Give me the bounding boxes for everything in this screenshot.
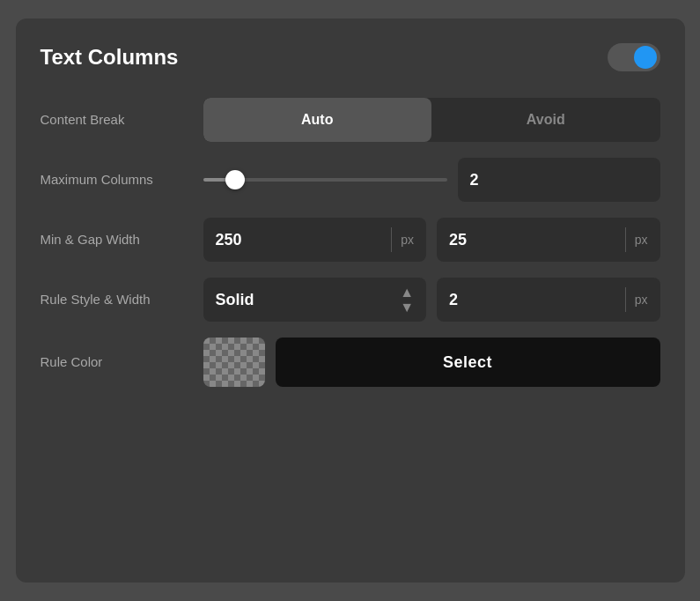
slider-num-group: 2: [203, 158, 660, 202]
rule-color-row: Rule Color Select: [41, 338, 660, 387]
rule-style-width-label: Rule Style & Width: [41, 291, 203, 308]
text-columns-panel: Text Columns Content Break Auto Avoid Ma…: [16, 19, 685, 582]
min-width-wrap: 250 px: [203, 218, 427, 262]
rule-color-select-btn[interactable]: Select: [276, 338, 660, 387]
rule-style-width-controls: Solid ▲ ▼ 2 px: [203, 278, 660, 322]
maximum-columns-row: Maximum Columns 2: [41, 158, 660, 202]
min-width-unit: px: [401, 233, 414, 247]
content-break-segmented: Auto Avoid: [203, 98, 660, 142]
content-break-label: Content Break: [41, 111, 203, 129]
gap-width-unit: px: [635, 233, 648, 247]
gap-width-value: 25: [449, 231, 616, 249]
rule-color-preview[interactable]: [203, 338, 265, 387]
gap-width-wrap: 25 px: [437, 218, 660, 262]
rule-width-value: 2: [449, 291, 616, 309]
content-break-auto-btn[interactable]: Auto: [203, 98, 432, 142]
rule-style-width-row: Rule Style & Width Solid ▲ ▼ 2 px: [41, 278, 660, 322]
content-break-row: Content Break Auto Avoid: [41, 98, 660, 142]
rule-width-wrap: 2 px: [437, 278, 660, 322]
rule-style-value: Solid: [216, 291, 401, 309]
max-columns-num-wrap: 2: [458, 158, 660, 202]
maximum-columns-label: Maximum Columns: [41, 171, 203, 189]
rule-style-select-wrap[interactable]: Solid ▲ ▼: [203, 278, 427, 322]
toggle-knob: [634, 46, 657, 69]
min-gap-width-row: Min & Gap Width 250 px 25 px: [41, 218, 660, 262]
min-width-value: 250: [216, 231, 383, 249]
maximum-columns-controls: 2: [203, 158, 660, 202]
rule-width-unit: px: [635, 293, 648, 307]
divider-3: [625, 287, 626, 312]
min-gap-width-label: Min & Gap Width: [41, 231, 203, 249]
max-columns-slider[interactable]: [203, 178, 447, 182]
min-gap-width-controls: 250 px 25 px: [203, 218, 660, 262]
enable-toggle[interactable]: [608, 43, 660, 71]
divider-2: [625, 227, 626, 252]
max-columns-value: 2: [470, 171, 648, 189]
content-break-avoid-btn[interactable]: Avoid: [431, 98, 660, 142]
content-break-controls: Auto Avoid: [203, 98, 660, 142]
panel-header: Text Columns: [41, 43, 660, 71]
slider-container: [203, 178, 447, 182]
divider-1: [391, 227, 392, 252]
chevron-updown-icon: ▲ ▼: [400, 286, 414, 315]
rule-color-controls: Select: [203, 338, 660, 387]
rule-color-label: Rule Color: [41, 353, 203, 371]
panel-title: Text Columns: [41, 45, 179, 70]
